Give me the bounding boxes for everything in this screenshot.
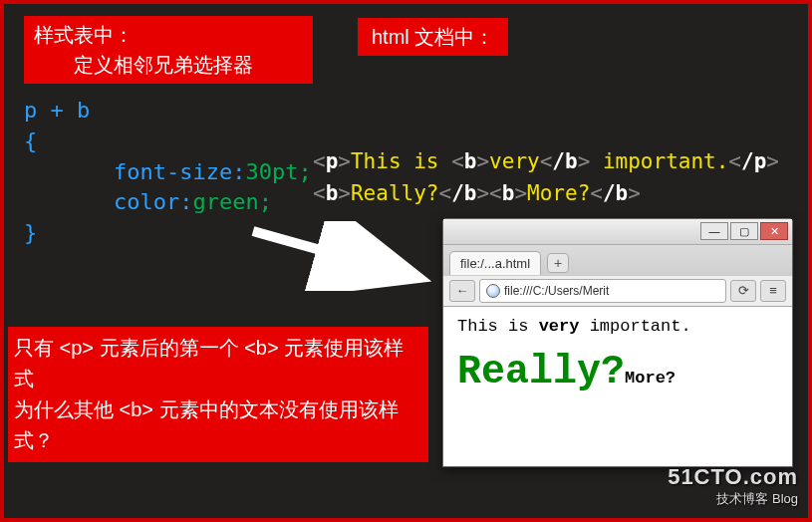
reload-button[interactable]: ⟳ <box>730 280 756 302</box>
explanation-line1: 只有 <p> 元素后的第一个 <b> 元素使用该样式 <box>14 333 422 394</box>
address-bar[interactable]: file:///C:/Users/Merit <box>479 279 726 303</box>
css-declaration-2: color:green; <box>24 187 312 218</box>
watermark-bottom: 技术博客 Blog <box>668 490 798 508</box>
window-maximize-button[interactable]: ▢ <box>730 222 758 240</box>
html-line-2: <b>Really?</b><b>More?</b> <box>313 178 779 210</box>
browser-tabbar: file:/...a.html + <box>443 245 792 275</box>
watermark: 51CTO.com 技术博客 Blog <box>668 464 798 508</box>
globe-icon <box>486 284 500 298</box>
html-line-1: <p>This is <b>very</b> important.</p> <box>313 146 779 178</box>
url-text: file:///C:/Users/Merit <box>504 284 609 298</box>
menu-button[interactable]: ≡ <box>760 280 786 302</box>
css-declaration-1: font-size:30pt; <box>24 157 312 188</box>
css-section-label: 样式表中： 定义相邻兄弟选择器 <box>24 16 313 84</box>
browser-viewport: This is very important. Really?More? <box>443 307 792 466</box>
new-tab-button[interactable]: + <box>547 253 569 273</box>
explanation-box: 只有 <p> 元素后的第一个 <b> 元素使用该样式 为什么其他 <b> 元素中… <box>8 327 428 462</box>
watermark-top: 51CTO.com <box>668 464 798 490</box>
browser-window: — ▢ ✕ file:/...a.html + ← file:///C:/Use… <box>442 218 793 467</box>
browser-titlebar: — ▢ ✕ <box>443 219 792 245</box>
browser-toolbar: ← file:///C:/Users/Merit ⟳ ≡ <box>443 275 792 307</box>
rendered-more: More? <box>625 369 676 388</box>
css-label-line1: 样式表中： <box>34 20 303 50</box>
nav-back-button[interactable]: ← <box>449 280 475 302</box>
rendered-really: Really? <box>457 350 625 394</box>
window-controls: — ▢ ✕ <box>700 222 788 240</box>
window-minimize-button[interactable]: — <box>700 222 728 240</box>
rendered-second-line: Really?More? <box>457 350 778 394</box>
css-label-line2: 定义相邻兄弟选择器 <box>34 50 303 80</box>
browser-tab[interactable]: file:/...a.html <box>449 251 541 275</box>
rendered-paragraph: This is very important. <box>457 317 778 336</box>
window-close-button[interactable]: ✕ <box>760 222 788 240</box>
css-selector: p + b <box>24 96 312 127</box>
arrow-icon <box>243 221 432 291</box>
css-brace-open: { <box>24 127 312 157</box>
svg-line-1 <box>253 231 412 276</box>
html-section-label: html 文档中： <box>358 18 508 56</box>
html-code-block: <p>This is <b>very</b> important.</p> <b… <box>313 146 779 209</box>
explanation-line2: 为什么其他 <b> 元素中的文本没有使用该样式？ <box>14 394 422 456</box>
